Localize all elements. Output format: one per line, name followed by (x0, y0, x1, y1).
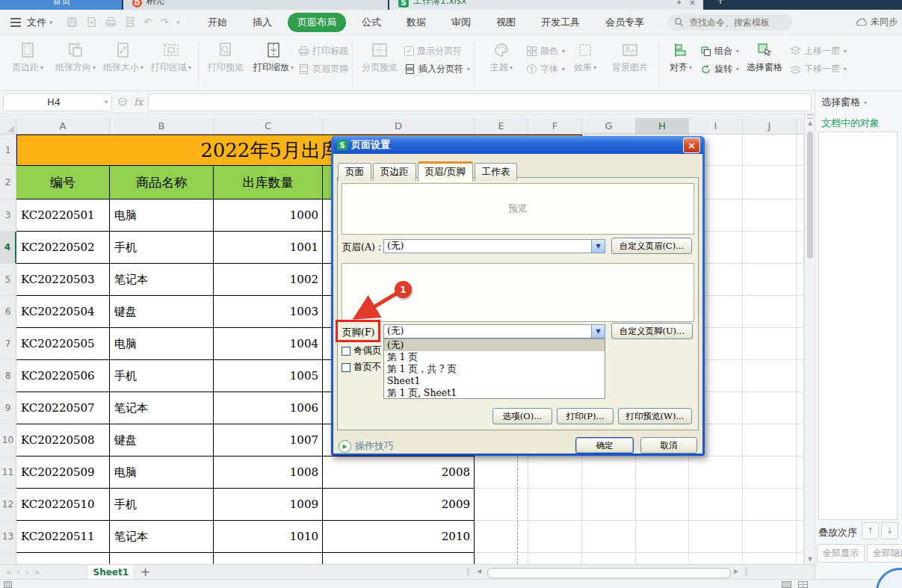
menu-tab-页面布局[interactable]: 页面布局 (288, 13, 346, 32)
header-footer-button[interactable]: 页眉页脚 (298, 62, 348, 75)
cell-empty[interactable] (636, 521, 689, 553)
collapse-formula-icon[interactable] (117, 96, 129, 108)
align-button[interactable]: 对齐▾ (663, 38, 699, 74)
cell-product[interactable]: 笔记本 (110, 521, 214, 553)
cell-qty[interactable]: 1009 (214, 489, 323, 521)
dialog-tab-页面[interactable]: 页面 (338, 163, 371, 181)
stack-up-button[interactable]: ↑ (862, 522, 879, 539)
row-header-8[interactable]: 8 (0, 360, 16, 392)
split-handle[interactable] (807, 114, 813, 119)
cell-empty[interactable] (475, 553, 528, 564)
cell-empty[interactable] (636, 457, 689, 489)
cell-code[interactable]: KC20220503 (16, 264, 110, 296)
cell-empty[interactable] (743, 521, 797, 553)
cell-qty[interactable]: 1008 (214, 457, 323, 489)
tab-docer[interactable]: D 稻壳 (123, 0, 388, 10)
first-page-checkbox[interactable] (342, 363, 350, 372)
cell-empty[interactable] (743, 328, 797, 360)
cell-qty[interactable] (214, 553, 323, 564)
cell-col-d[interactable]: 2009 (323, 489, 475, 521)
dialog-titlebar[interactable]: S 页面设置 × (333, 136, 702, 154)
cell-product[interactable]: 笔记本 (110, 264, 214, 296)
cell-code[interactable]: KC20220507 (16, 392, 110, 424)
close-tab-icon[interactable]: × (689, 0, 696, 7)
cell-empty[interactable] (689, 553, 743, 564)
cell-empty[interactable] (636, 489, 689, 521)
menu-tab-开发工具[interactable]: 开发工具 (531, 13, 590, 32)
odd-even-checkbox-row[interactable]: 奇偶页 (342, 344, 382, 357)
header-combo-arrow-icon[interactable]: ▼ (591, 240, 605, 253)
cell-col-d[interactable] (323, 553, 475, 564)
footer-combo-arrow-icon[interactable]: ▼ (591, 325, 605, 338)
row-header-4[interactable]: 4 (0, 232, 16, 264)
print-area-button[interactable]: 打印区域▾ (148, 38, 194, 74)
formula-input[interactable] (148, 93, 812, 111)
cell-product[interactable]: 电脑 (110, 328, 214, 360)
cell-qty[interactable]: 1005 (214, 360, 323, 392)
print-icon[interactable] (105, 16, 117, 28)
undo-icon[interactable]: ↶ (144, 16, 152, 28)
redo-icon[interactable]: ↷ (160, 16, 168, 28)
cell-empty[interactable] (743, 553, 797, 564)
cell-code[interactable]: KC20220511 (16, 521, 110, 553)
fonts-button[interactable]: 字体 ▾ (526, 62, 565, 75)
cell-qty[interactable]: 1001 (214, 232, 323, 264)
footer-option[interactable]: Sheet1 (384, 375, 605, 387)
column-header-E[interactable]: E (475, 118, 528, 134)
search-input[interactable] (688, 16, 780, 28)
cell-empty[interactable] (689, 521, 743, 553)
header-cell-qty[interactable]: 出库数量 (214, 166, 323, 199)
menu-tab-视图[interactable]: 视图 (486, 13, 525, 32)
cell-code[interactable]: KC20220510 (16, 489, 110, 521)
insert-page-break-button[interactable]: 插入分页符 ▾ (404, 62, 470, 75)
paper-size-button[interactable]: 纸张大小▾ (100, 38, 146, 74)
export-icon[interactable] (86, 16, 97, 28)
footer-option[interactable]: 第 1 页, Sheet1 (384, 387, 605, 399)
cell-code[interactable]: KC20220506 (16, 360, 110, 392)
first-page-checkbox-row[interactable]: 首页不 (342, 361, 382, 374)
header-cell-code[interactable]: 编号 (16, 166, 110, 199)
cell-qty[interactable]: 1007 (214, 424, 323, 457)
orientation-button[interactable]: 纸张方向▾ (52, 38, 99, 74)
horizontal-scrollbar-thumb[interactable] (487, 568, 731, 578)
selection-pane-title[interactable]: 选择窗格 ▾ (821, 96, 867, 109)
first-sheet-icon[interactable]: « (6, 567, 16, 578)
last-sheet-icon[interactable]: » (34, 567, 45, 578)
cell-empty[interactable] (582, 521, 636, 553)
footer-combobox[interactable]: (无) ▼ (383, 324, 605, 338)
dialog-close-button[interactable]: × (683, 137, 700, 153)
print-scale-button[interactable]: 打印缩放▾ (250, 38, 297, 74)
cell-qty[interactable]: 1006 (214, 392, 323, 424)
cell-code[interactable]: KC20220509 (16, 457, 110, 489)
group-button[interactable]: 组合 ▾ (700, 44, 739, 58)
margins-button[interactable]: 页边距▾ (4, 38, 51, 74)
row-header-6[interactable]: 6 (0, 296, 16, 328)
cell-qty[interactable]: 1010 (214, 521, 323, 553)
cell-empty[interactable] (743, 424, 797, 457)
column-header-A[interactable]: A (16, 118, 110, 134)
rotate-button[interactable]: 旋转 ▾ (700, 62, 739, 75)
scroll-right-icon[interactable]: ▶ (734, 568, 738, 575)
tips-link[interactable]: ▶ 操作技巧 (339, 439, 394, 453)
vertical-scrollbar[interactable]: ▲ ▼ (804, 114, 815, 564)
column-header-D[interactable]: D (323, 118, 475, 134)
cell-empty[interactable] (743, 489, 797, 521)
row-header-5[interactable]: 5 (0, 264, 16, 296)
menu-tab-数据[interactable]: 数据 (397, 13, 436, 32)
row-header-1[interactable]: 1 (0, 134, 16, 166)
cell-empty[interactable] (528, 489, 582, 521)
cell-product[interactable]: 键盘 (110, 424, 214, 457)
page-break-preview-button[interactable]: 分页预览 (356, 38, 403, 74)
row-header-10[interactable]: 10 (0, 424, 16, 457)
header-combobox[interactable]: (无) ▼ (383, 239, 605, 253)
cell-product[interactable]: 电脑 (110, 457, 214, 489)
scroll-up-icon[interactable]: ▲ (805, 120, 815, 126)
menu-tab-审阅[interactable]: 审阅 (442, 13, 481, 32)
name-box-dropdown-icon[interactable]: ▾ (105, 99, 108, 105)
cell-empty[interactable] (475, 457, 528, 489)
menu-tab-会员专享[interactable]: 会员专享 (596, 13, 654, 32)
selection-pane-button[interactable]: 选择窗格 (741, 38, 788, 74)
column-header-F[interactable]: F (528, 118, 582, 134)
dialog-tab-页眉/页脚[interactable]: 页眉/页脚 (418, 161, 473, 182)
next-sheet-icon[interactable]: › (25, 567, 34, 578)
